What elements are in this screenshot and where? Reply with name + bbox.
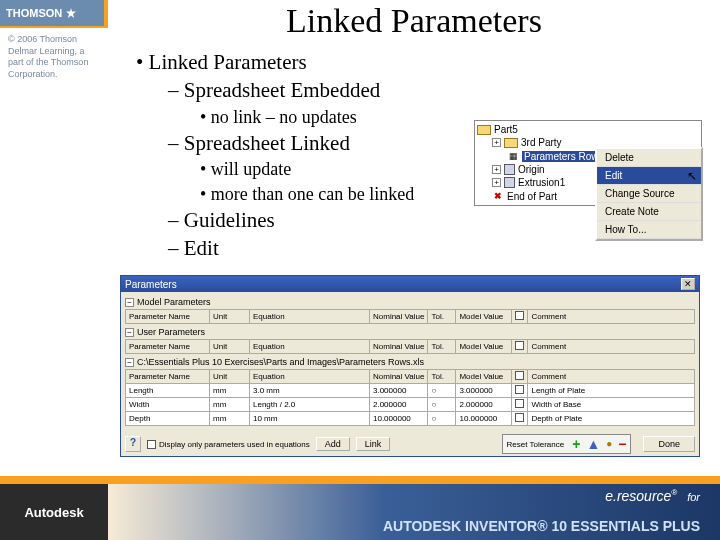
params-header-table: Parameter Name Unit Equation Nominal Val… xyxy=(125,339,695,354)
publisher-brand: THOMSON xyxy=(0,0,108,26)
expand-icon[interactable]: + xyxy=(492,165,501,174)
accent-stripe xyxy=(0,476,720,484)
plus-icon[interactable]: + xyxy=(572,437,580,451)
sheet-icon: ▦ xyxy=(507,150,519,162)
tree-label: Extrusion1 xyxy=(518,177,565,188)
product-title: AUTODESK INVENTOR® 10 ESSENTIALS PLUS xyxy=(383,518,700,534)
dialog-title: Parameters xyxy=(125,279,177,290)
section-model-params[interactable]: − Model Parameters xyxy=(125,297,695,307)
display-only-checkbox[interactable]: Display only parameters used in equation… xyxy=(147,440,310,449)
bullet-l1: Linked Parameters xyxy=(136,48,700,76)
folder-icon xyxy=(504,138,518,148)
expand-icon[interactable]: − xyxy=(125,298,134,307)
section-label: C:\Essentials Plus 10 Exercises\Parts an… xyxy=(137,357,424,367)
dialog-footer: ? Display only parameters used in equati… xyxy=(121,432,699,456)
expand-icon[interactable]: + xyxy=(492,178,501,187)
dialog-titlebar[interactable]: Parameters ✕ xyxy=(121,276,699,292)
cursor-icon: ↖ xyxy=(687,169,697,183)
col-check xyxy=(512,310,528,324)
checkbox-icon[interactable] xyxy=(147,440,156,449)
dot-icon[interactable]: ● xyxy=(606,439,612,449)
tree-label: End of Part xyxy=(507,191,557,202)
brand-text: THOMSON xyxy=(6,7,62,19)
publisher-sidebar: THOMSON © 2006 Thomson Delmar Learning, … xyxy=(0,0,108,540)
checkbox-label: Display only parameters used in equation… xyxy=(159,440,310,449)
bullet-l2: Spreadsheet Embedded xyxy=(168,76,700,104)
col-unit: Unit xyxy=(210,310,250,324)
tree-label: 3rd Party xyxy=(521,137,562,148)
menu-how-to[interactable]: How To... xyxy=(597,221,701,239)
menu-label: Edit xyxy=(605,170,622,181)
help-button[interactable]: ? xyxy=(125,436,141,452)
menu-create-note[interactable]: Create Note xyxy=(597,203,701,221)
done-button[interactable]: Done xyxy=(643,436,695,452)
col-tol: Tol. xyxy=(428,310,456,324)
star-icon xyxy=(66,8,76,18)
link-button[interactable]: Link xyxy=(356,437,391,451)
menu-change-source[interactable]: Change Source xyxy=(597,185,701,203)
add-button[interactable]: Add xyxy=(316,437,350,451)
tree-root[interactable]: Part5 xyxy=(477,123,699,136)
expand-icon[interactable]: − xyxy=(125,328,134,337)
folder-icon xyxy=(477,125,491,135)
tree-label: Origin xyxy=(518,164,545,175)
table-row[interactable]: Depth mm 10 mm 10.000000 ○ 10.000000 Dep… xyxy=(126,412,695,426)
section-label: Model Parameters xyxy=(137,297,211,307)
slide-title: Linked Parameters xyxy=(128,2,700,40)
expand-icon[interactable]: + xyxy=(492,138,501,147)
parameters-dialog: Parameters ✕ − Model Parameters Paramete… xyxy=(120,275,700,457)
browser-tree-panel: Part5 + 3rd Party ▦ Parameters Rows.xls … xyxy=(474,120,702,206)
minus-icon[interactable]: − xyxy=(618,437,626,451)
params-header-table: Parameter Name Unit Equation Nominal Val… xyxy=(125,309,695,324)
menu-edit[interactable]: Edit ↖ xyxy=(597,167,701,185)
table-row[interactable]: Length mm 3.0 mm 3.000000 ○ 3.000000 Len… xyxy=(126,384,695,398)
footer-banner: Autodesk e.resource® for AUTODESK INVENT… xyxy=(0,476,720,540)
table-row[interactable]: Width mm Length / 2.0 2.000000 ○ 2.00000… xyxy=(126,398,695,412)
end-icon: ✖ xyxy=(492,190,504,202)
menu-delete[interactable]: Delete xyxy=(597,149,701,167)
close-button[interactable]: ✕ xyxy=(681,278,695,290)
context-menu: Delete Edit ↖ Change Source Create Note … xyxy=(595,147,703,241)
col-equation: Equation xyxy=(250,310,370,324)
feature-icon xyxy=(504,177,515,188)
col-nominal: Nominal Value xyxy=(370,310,428,324)
reset-label: Reset Tolerance xyxy=(507,440,565,449)
tree-label: Part5 xyxy=(494,124,518,135)
section-linked-file[interactable]: − C:\Essentials Plus 10 Exercises\Parts … xyxy=(125,357,695,367)
svg-marker-0 xyxy=(66,8,76,18)
autodesk-logo: Autodesk xyxy=(0,484,108,540)
section-label: User Parameters xyxy=(137,327,205,337)
footer-gradient: e.resource® for AUTODESK INVENTOR® 10 ES… xyxy=(108,484,720,540)
params-data-table[interactable]: Parameter Name Unit Equation Nominal Val… xyxy=(125,369,695,426)
col-comment: Comment xyxy=(528,310,695,324)
reset-tolerance-group: Reset Tolerance + ▲ ● − xyxy=(502,434,632,454)
eresource-logo: e.resource® for xyxy=(605,488,700,504)
expand-icon[interactable]: − xyxy=(125,358,134,367)
section-user-params[interactable]: − User Parameters xyxy=(125,327,695,337)
copyright-text: © 2006 Thomson Delmar Learning, a part o… xyxy=(0,28,108,87)
origin-icon xyxy=(504,164,515,175)
col-model-value: Model Value xyxy=(456,310,512,324)
triangle-icon[interactable]: ▲ xyxy=(586,437,600,451)
col-name: Parameter Name xyxy=(126,310,210,324)
